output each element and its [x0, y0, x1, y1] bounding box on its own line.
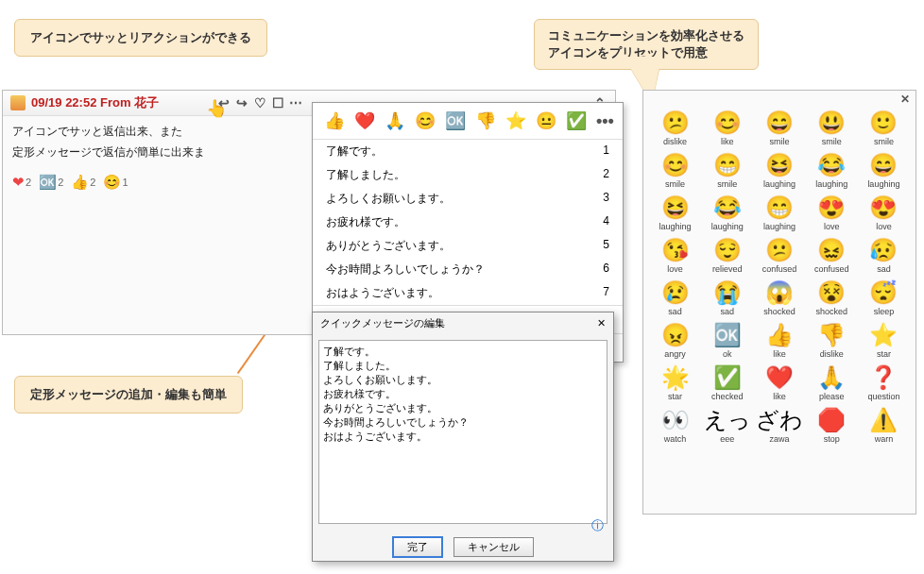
- ok-icon[interactable]: 🆗: [445, 110, 466, 131]
- reaction-thumbsup[interactable]: 👍2: [71, 174, 95, 191]
- heart-icon[interactable]: ❤️: [354, 110, 375, 131]
- emoji-smile[interactable]: 😄smile: [753, 108, 805, 148]
- neutral-icon[interactable]: 😐: [536, 110, 556, 131]
- emoji-laughing[interactable]: 😆laughing: [753, 150, 805, 191]
- please-icon: 🙏: [806, 364, 858, 391]
- quick-message-item[interactable]: 了解です。1: [313, 140, 623, 163]
- emoji-label: love: [858, 222, 910, 231]
- quick-message-item[interactable]: よろしくお願いします。3: [313, 187, 623, 211]
- forward-icon[interactable]: ↪: [234, 95, 249, 110]
- quick-message-textarea[interactable]: [318, 340, 607, 524]
- check-icon[interactable]: ✅: [566, 110, 587, 131]
- thumbsup-icon[interactable]: 👍: [324, 110, 345, 131]
- emoji-label: eee: [701, 434, 753, 444]
- emoji-star[interactable]: 🌟star: [649, 363, 701, 403]
- reaction-heart[interactable]: ❤2: [12, 174, 31, 191]
- close-icon[interactable]: ✕: [597, 317, 606, 329]
- emoji-sad[interactable]: 😥sad: [858, 235, 910, 276]
- emoji-smile[interactable]: 😃smile: [806, 108, 858, 148]
- emoji-love[interactable]: 😍love: [858, 193, 910, 233]
- emoji-dislike[interactable]: 😕dislike: [649, 108, 701, 148]
- emoji-star[interactable]: ⭐star: [858, 320, 910, 361]
- close-icon[interactable]: ✕: [643, 91, 915, 108]
- emoji-label: laughing: [701, 222, 753, 231]
- emoji-laughing[interactable]: 😆laughing: [649, 193, 701, 233]
- emoji-question[interactable]: ❓question: [858, 363, 910, 403]
- avatar: [10, 95, 26, 110]
- emoji-like[interactable]: 😊like: [701, 108, 753, 148]
- star-icon: 🌟: [649, 364, 701, 391]
- emoji-love[interactable]: 😍love: [806, 193, 858, 233]
- dislike-icon: 👎: [806, 322, 858, 348]
- cancel-button[interactable]: キャンセル: [453, 537, 534, 557]
- ok-button[interactable]: 完了: [392, 536, 443, 558]
- quick-message-item[interactable]: ありがとうございます。5: [313, 234, 623, 258]
- emoji-label: like: [753, 392, 805, 401]
- reaction-ok[interactable]: 🆗2: [39, 174, 63, 191]
- emoji-smile[interactable]: 😊smile: [649, 150, 701, 191]
- quick-message-item[interactable]: お疲れ様です。4: [313, 211, 623, 234]
- quick-message-item[interactable]: 了解しました。2: [313, 163, 623, 187]
- emoji-sad[interactable]: 😢sad: [649, 278, 701, 318]
- emoji-shocked[interactable]: 😱shocked: [753, 278, 805, 318]
- smile-icon: 😊: [649, 152, 701, 178]
- quick-message-item[interactable]: おはようございます。7: [313, 281, 623, 305]
- emoji-relieved[interactable]: 😌relieved: [701, 235, 753, 276]
- laughing-icon: 😄: [858, 152, 910, 178]
- emoji-eee[interactable]: えっeee: [701, 405, 753, 446]
- emoji-love[interactable]: 😘love: [649, 235, 701, 276]
- laughing-icon: 😆: [649, 194, 701, 221]
- emoji-stop[interactable]: 🛑stop: [806, 405, 858, 446]
- emoji-laughing[interactable]: 😁laughing: [753, 193, 805, 233]
- like-icon: 👍: [753, 322, 805, 348]
- emoji-label: laughing: [649, 222, 701, 231]
- emoji-sleep[interactable]: 😴sleep: [858, 278, 910, 318]
- zawa-icon: ざわ: [753, 407, 805, 433]
- emoji-confused[interactable]: 😖confused: [806, 235, 858, 276]
- emoji-angry[interactable]: 😠angry: [649, 320, 701, 361]
- more-emoji-icon[interactable]: •••: [596, 111, 614, 131]
- emoji-label: laughing: [806, 179, 858, 189]
- emoji-confused[interactable]: 😕confused: [753, 235, 805, 276]
- reaction-smile[interactable]: 😊1: [103, 174, 128, 191]
- emoji-label: smile: [701, 179, 753, 189]
- stop-icon: 🛑: [806, 407, 858, 433]
- emoji-laughing[interactable]: 😂laughing: [806, 150, 858, 191]
- emoji-smile[interactable]: 😁smile: [701, 150, 753, 191]
- emoji-ok[interactable]: 🆗ok: [701, 320, 753, 361]
- quick-message-item[interactable]: 今お時間よろしいでしょうか？6: [313, 258, 623, 281]
- emoji-like[interactable]: ❤️like: [753, 363, 805, 403]
- emoji-dislike[interactable]: 👎dislike: [806, 320, 858, 361]
- smile-icon[interactable]: 😊: [415, 110, 436, 131]
- sad-icon: 😢: [649, 279, 701, 306]
- emoji-label: star: [649, 392, 701, 401]
- emoji-warn[interactable]: ⚠️warn: [858, 405, 910, 446]
- emoji-smile[interactable]: 🙂smile: [858, 108, 910, 148]
- emoji-label: smile: [858, 137, 910, 146]
- star-icon: ⭐: [858, 322, 910, 348]
- help-icon[interactable]: ⓘ: [591, 517, 604, 534]
- star-icon[interactable]: ⭐: [505, 110, 526, 131]
- checkbox-icon[interactable]: ☐: [270, 95, 285, 110]
- thumbsdown-icon[interactable]: 👎: [475, 110, 496, 131]
- emoji-laughing[interactable]: 😂laughing: [701, 193, 753, 233]
- shocked-icon: 😱: [753, 279, 805, 306]
- emoji-shocked[interactable]: 😵shocked: [806, 278, 858, 318]
- heart-icon[interactable]: ♡: [252, 95, 267, 110]
- emoji-label: dislike: [806, 349, 858, 359]
- emoji-watch[interactable]: 👀watch: [649, 405, 701, 446]
- emoji-sad[interactable]: 😭sad: [701, 278, 753, 318]
- laughing-icon: 😂: [701, 194, 753, 221]
- emoji-label: confused: [806, 264, 858, 274]
- smile-icon: 😃: [806, 110, 858, 136]
- emoji-checked[interactable]: ✅checked: [701, 363, 753, 403]
- emoji-please[interactable]: 🙏please: [806, 363, 858, 403]
- shocked-icon: 😵: [806, 279, 858, 306]
- love-icon: 😍: [858, 194, 910, 221]
- emoji-like[interactable]: 👍like: [753, 320, 805, 361]
- emoji-laughing[interactable]: 😄laughing: [858, 150, 910, 191]
- pray-icon[interactable]: 🙏: [385, 110, 405, 131]
- emoji-zawa[interactable]: ざわzawa: [753, 405, 805, 446]
- smile-icon: 🙂: [858, 110, 910, 136]
- more-icon[interactable]: ⋯: [288, 95, 303, 110]
